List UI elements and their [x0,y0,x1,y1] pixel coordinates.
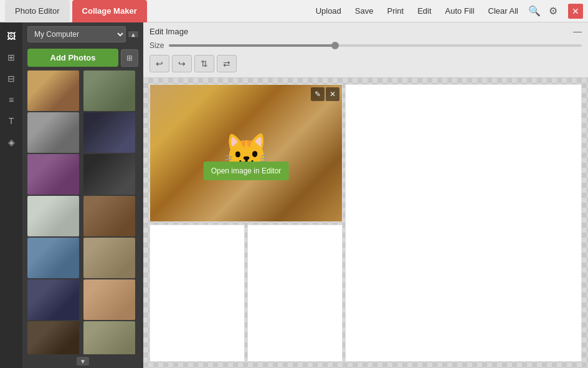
thumbnail-5[interactable] [83,154,135,195]
edit-panel-header: Edit Image — [149,26,582,36]
thumbnail-8[interactable] [27,238,79,278]
grid-icon: ⊞ [126,54,133,62]
collage-bottom-row [149,225,343,362]
collage-cell-bottom-left-1[interactable] [149,225,245,362]
thumbnail-1[interactable] [83,70,135,111]
thumbnail-2[interactable] [27,112,79,153]
flip-h-icon: ⇅ [201,59,208,69]
print-button[interactable]: Print [381,4,410,18]
clear-all-button[interactable]: Clear All [482,4,524,18]
edit-image-panel: Edit Image — Size ↩ ↪ ⇅ [143,22,588,78]
undo-icon: ↩ [156,59,163,69]
undo-button[interactable]: ↩ [149,55,169,72]
thumbnail-6[interactable] [27,196,79,236]
collage-layout: ✎ ✕ Open image in Editor [149,84,582,362]
size-label: Size [149,41,164,50]
top-bar: Photo Editor Collage Maker Upload Save P… [0,0,588,22]
search-icon-button[interactable]: 🔍 [526,2,543,20]
collage-cell-top-left[interactable]: ✎ ✕ Open image in Editor [149,84,343,222]
sidebar-icon-grid[interactable]: ⊟ [2,70,20,87]
auto-fill-button[interactable]: Auto Fill [439,4,481,18]
sidebar-icons: 🖼 ⊞ ⊟ ≡ T ◈ [0,22,22,368]
tab-collage-maker[interactable]: Collage Maker [72,0,147,22]
photo-panel: My Computer ▲ Add Photos ⊞ [22,22,143,368]
cat-image [150,85,342,221]
grid-view-button[interactable]: ⊞ [121,49,138,67]
close-icon: ✕ [572,6,579,16]
collage-cell-top-right[interactable] [345,84,582,362]
edit-image-title: Edit Image [149,27,188,36]
thumbnail-11[interactable] [83,279,135,320]
settings-icon: ⚙ [549,5,557,17]
settings-icon-button[interactable]: ⚙ [544,2,562,20]
delete-overlay-icon: ✕ [330,90,336,99]
save-button[interactable]: Save [349,4,380,18]
upload-button[interactable]: Upload [310,4,348,18]
edit-button[interactable]: Edit [411,4,437,18]
delete-image-overlay-button[interactable]: ✕ [326,87,339,101]
flip-horizontal-button[interactable]: ⇅ [194,55,214,72]
flip-vertical-button[interactable]: ⇄ [217,55,237,72]
redo-icon: ↪ [178,59,186,69]
image-overlay-buttons: ✎ ✕ [311,87,339,101]
thumbnail-3[interactable] [83,112,135,153]
minimize-icon: — [573,26,582,36]
photo-grid [22,69,143,354]
flip-v-icon: ⇄ [223,59,230,69]
photo-panel-header: My Computer ▲ [22,22,143,46]
edit-image-overlay-button[interactable]: ✎ [311,87,325,101]
scroll-up-button[interactable]: ▲ [128,31,138,37]
main-layout: 🖼 ⊞ ⊟ ≡ T ◈ My Computer ▲ Add Photos ⊞ [0,22,588,368]
minimize-button[interactable]: — [573,26,582,36]
thumbnail-10[interactable] [27,279,79,320]
content-area: Edit Image — Size ↩ ↪ ⇅ [143,22,588,368]
top-nav: Upload Save Print Edit Auto Fill Clear A… [310,2,583,20]
source-select[interactable]: My Computer [27,26,126,42]
size-slider[interactable] [169,44,582,47]
thumbnail-13[interactable] [83,321,135,354]
collage-cell-bottom-left-2[interactable] [247,225,343,362]
add-photos-button[interactable]: Add Photos [27,49,118,67]
redo-button[interactable]: ↪ [172,55,192,72]
thumbnail-7[interactable] [83,196,135,236]
search-icon: 🔍 [528,5,541,17]
thumbnail-9[interactable] [83,238,135,278]
sidebar-icon-text[interactable]: T [2,112,20,130]
thumbnail-0[interactable] [27,70,79,111]
size-row: Size [149,41,582,50]
close-button[interactable]: ✕ [568,4,583,19]
sidebar-icon-layouts[interactable]: ⊞ [2,49,20,66]
edit-overlay-icon: ✎ [315,90,321,99]
tab-photo-editor[interactable]: Photo Editor [5,0,70,22]
sidebar-icon-photos[interactable]: 🖼 [2,27,20,45]
edit-tools-row: ↩ ↪ ⇅ ⇄ [149,55,582,72]
scroll-down-button[interactable]: ▼ [77,357,89,366]
collage-canvas: ✎ ✕ Open image in Editor [143,78,588,368]
add-photos-row: Add Photos ⊞ [22,46,143,69]
thumbnail-4[interactable] [27,154,79,195]
thumbnail-12[interactable] [27,321,79,354]
open-in-editor-button[interactable]: Open image in Editor [204,162,289,180]
sidebar-icon-shapes[interactable]: ◈ [2,133,20,151]
sidebar-icon-lines[interactable]: ≡ [2,91,20,109]
